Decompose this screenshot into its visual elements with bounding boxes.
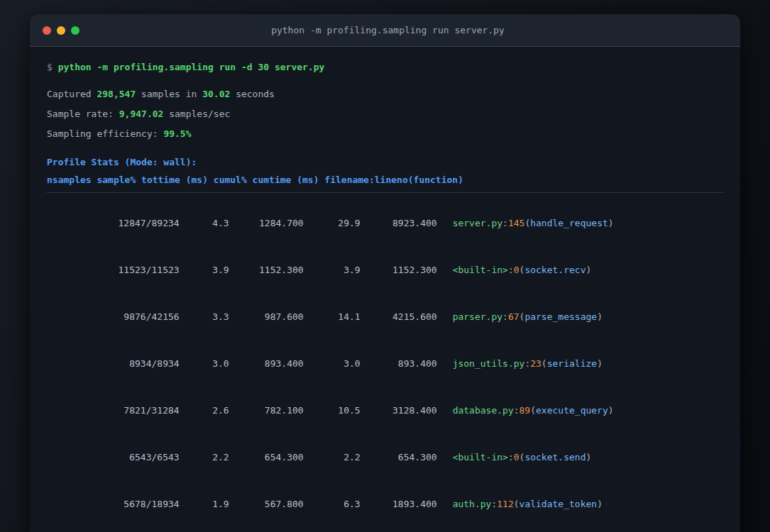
function-name: handle_request [530,218,608,228]
close-paren: ) [597,358,603,369]
colon-separator: : [502,311,508,322]
colon-separator: : [508,265,514,275]
command-line: $ python -m profiling.sampling run -d 30… [47,57,723,77]
tottime-value: 782.100 [229,403,304,419]
close-paren: ) [597,499,603,509]
cumul-pct-value: 14.1 [304,309,361,325]
function-reference: database.py:89(execute_query) [453,405,614,416]
function-reference: parser.py:67(parse_message) [453,311,603,322]
rate-value: 9,947.02 [119,109,164,119]
colon-separator: : [514,405,519,416]
nsamples-value: 5678/18934 [92,497,180,512]
tottime-value: 1284.700 [229,216,304,231]
close-paren: ) [585,265,591,275]
profile-stats-heading: Profile Stats (Mode: wall): [47,153,723,172]
filename: <built-in> [453,265,508,275]
window-title: python -m profiling.sampling run server.… [85,25,691,35]
efficiency-line: Sampling efficiency: 99.5% [47,124,723,144]
cumul-pct-value: 3.0 [304,356,361,372]
efficiency-label: Sampling efficiency: [47,128,163,139]
open-paren: ( [530,405,536,416]
cumul-pct-value: 6.3 [304,497,361,512]
function-reference: <built-in>:0(socket.recv) [453,265,592,275]
nsamples-value: 9876/42156 [92,309,180,325]
cumtime-value: 893.400 [361,356,437,372]
profile-table-row: 4521/45211.5452.1001.5452.100crypto.py:4… [47,528,723,532]
profile-table-row: 7821/312842.6782.10010.53128.400database… [47,387,723,434]
nsamples-value: 12847/89234 [92,216,180,231]
profile-table-header: nsamples sample% tottime (ms) cumul% cum… [47,172,723,188]
table-divider [47,192,723,193]
captured-seconds-value: 30.02 [202,89,230,99]
cumtime-value: 3128.400 [361,403,437,419]
colon-separator: : [508,452,514,462]
profile-table-row: 12847/892344.31284.70029.98923.400server… [47,200,723,247]
function-reference: server.py:145(handle_request) [453,218,614,228]
filename: server.py [453,218,502,228]
cumtime-value: 1152.300 [361,262,437,278]
cumtime-value: 654.300 [361,450,437,465]
function-reference: <built-in>:0(socket.send) [453,452,592,462]
function-name: validate_token [519,499,598,509]
shell-prompt: $ [47,62,58,72]
minimize-window-button[interactable] [57,26,65,35]
filename: auth.py [453,499,492,509]
efficiency-value: 99.5% [163,128,191,139]
sample-pct-value: 3.9 [180,262,229,278]
close-window-button[interactable] [43,26,51,35]
terminal-content: $ python -m profiling.sampling run -d 30… [30,47,740,532]
function-name: socket.recv [524,265,585,275]
captured-stats-line: Captured 298,547 samples in 30.02 second… [47,84,723,104]
captured-samples-value: 298,547 [97,89,136,99]
sample-pct-value: 2.6 [180,403,229,419]
cumtime-value: 8923.400 [361,216,437,231]
maximize-window-button[interactable] [71,26,79,35]
tottime-value: 567.800 [229,497,304,512]
window-titlebar[interactable]: python -m profiling.sampling run server.… [30,14,740,47]
sample-pct-value: 3.0 [180,356,229,372]
nsamples-value: 11523/11523 [92,262,180,278]
terminal-window: python -m profiling.sampling run server.… [30,14,740,532]
sample-pct-value: 4.3 [180,216,229,231]
page-background: { "window": { "title": "python -m profil… [0,0,770,532]
line-number: 67 [508,311,519,322]
function-name: serialize [547,358,597,369]
filename: database.py [453,405,514,416]
cumul-pct-value: 29.9 [304,216,361,231]
function-reference: auth.py:112(validate_token) [453,499,603,509]
cumul-pct-value: 3.9 [304,262,361,278]
close-paren: ) [585,452,591,462]
sample-pct-value: 1.9 [180,497,229,512]
tottime-value: 987.600 [229,309,304,325]
sample-rate-line: Sample rate: 9,947.02 samples/sec [47,104,723,124]
open-paren: ( [541,358,547,369]
close-paren: ) [608,405,614,416]
cumtime-value: 4215.600 [361,309,437,325]
profile-table-row: 11523/115233.91152.3003.91152.300<built-… [47,247,723,294]
close-paren: ) [608,218,614,228]
cumul-pct-value: 2.2 [304,450,361,465]
profile-table-row: 9876/421563.3987.60014.14215.600parser.p… [47,294,723,340]
captured-label: Captured [47,89,97,99]
cumtime-value: 1893.400 [361,497,437,512]
filename: <built-in> [453,452,508,462]
line-number: 112 [497,499,513,509]
colon-separator: : [502,218,508,228]
captured-suffix-label: seconds [230,89,275,99]
function-name: execute_query [536,405,608,416]
traffic-lights [43,26,85,35]
line-number: 0 [514,452,519,462]
tottime-value: 654.300 [229,450,304,465]
sample-pct-value: 3.3 [180,309,229,325]
profile-table: 12847/892344.31284.70029.98923.400server… [47,200,723,532]
profile-table-row: 8934/89343.0893.4003.0893.400json_utils.… [47,340,723,387]
line-number: 145 [508,218,524,228]
line-number: 0 [514,265,519,275]
profile-table-row: 5678/189341.9567.8006.31893.400auth.py:1… [47,481,723,528]
function-reference: json_utils.py:23(serialize) [453,358,603,369]
nsamples-value: 7821/31284 [92,403,180,419]
line-number: 23 [530,358,541,369]
function-name: socket.send [524,452,585,462]
open-paren: ( [514,499,519,509]
cumul-pct-value: 10.5 [304,403,361,419]
